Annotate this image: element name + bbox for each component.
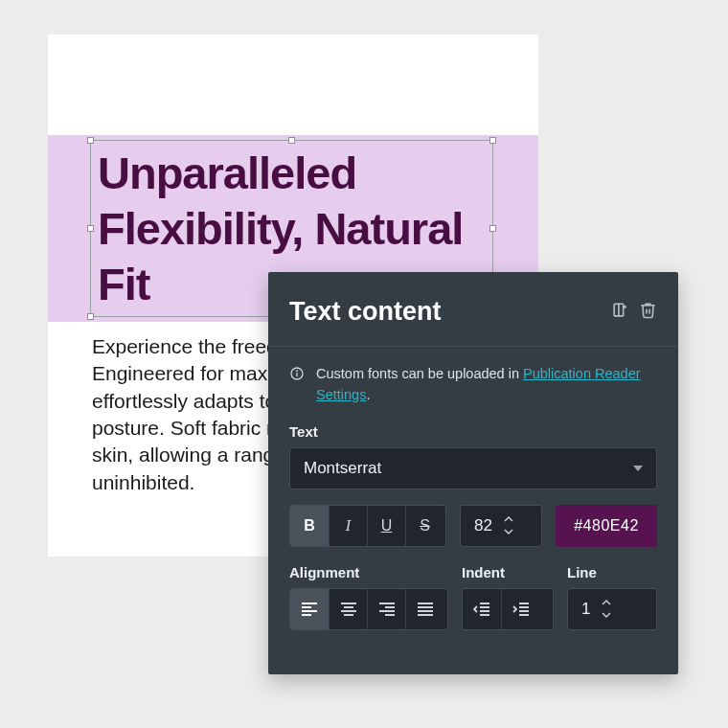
chevron-up-icon[interactable] <box>600 599 613 608</box>
info-text-prefix: Custom fonts can be uploaded in <box>316 366 523 381</box>
alignment-label: Alignment <box>289 564 448 580</box>
line-label: Line <box>567 564 657 580</box>
panel-title: Text content <box>289 297 442 327</box>
text-color-swatch[interactable]: #480E42 <box>556 505 657 547</box>
info-message: Custom fonts can be uploaded in Publicat… <box>289 364 657 406</box>
font-size-field[interactable]: 82 <box>460 505 542 547</box>
info-text-suffix: . <box>366 387 370 402</box>
text-color-value: #480E42 <box>574 517 639 535</box>
font-size-value: 82 <box>474 516 492 535</box>
indent-label: Indent <box>462 564 554 580</box>
resize-handle-bottom-left[interactable] <box>87 313 94 320</box>
chevron-down-icon <box>633 466 643 471</box>
svg-point-6 <box>297 371 298 372</box>
alignment-group <box>289 588 448 630</box>
font-family-select[interactable]: Montserrat <box>289 447 657 489</box>
underline-button[interactable]: U <box>367 506 405 546</box>
align-left-button[interactable] <box>290 589 329 629</box>
align-center-button[interactable] <box>329 589 367 629</box>
line-height-stepper[interactable] <box>600 599 613 620</box>
text-style-group: B I U S <box>289 505 446 547</box>
italic-button[interactable]: I <box>329 506 367 546</box>
chevron-down-icon[interactable] <box>600 610 613 620</box>
text-section-label: Text <box>289 423 657 440</box>
trash-icon[interactable] <box>639 301 657 323</box>
indent-button[interactable] <box>501 589 539 629</box>
align-justify-button[interactable] <box>405 589 444 629</box>
info-icon <box>289 364 307 406</box>
resize-handle-right-mid[interactable] <box>489 225 496 232</box>
panel-header: Text content <box>268 272 678 347</box>
resize-handle-top-right[interactable] <box>489 137 496 144</box>
chevron-down-icon[interactable] <box>502 527 515 536</box>
chevron-up-icon[interactable] <box>502 515 515 525</box>
duplicate-icon[interactable] <box>611 301 629 323</box>
resize-handle-left-mid[interactable] <box>87 225 94 232</box>
resize-handle-top-mid[interactable] <box>288 137 295 144</box>
line-height-field[interactable]: 1 <box>567 588 657 630</box>
outdent-button[interactable] <box>463 589 501 629</box>
line-height-value: 1 <box>581 600 590 619</box>
strikethrough-button[interactable]: S <box>405 506 444 546</box>
font-size-stepper[interactable] <box>502 515 515 536</box>
bold-button[interactable]: B <box>290 506 329 546</box>
indent-group <box>462 588 554 630</box>
resize-handle-top-left[interactable] <box>87 137 94 144</box>
text-content-panel: Text content <box>268 272 678 674</box>
align-right-button[interactable] <box>367 589 405 629</box>
font-family-value: Montserrat <box>304 459 381 478</box>
